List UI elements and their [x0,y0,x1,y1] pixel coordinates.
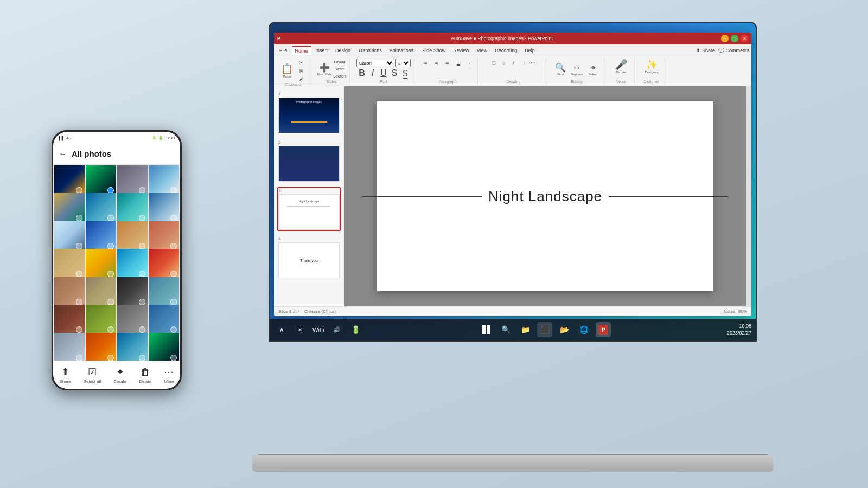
underline-button[interactable]: U [379,68,388,78]
photo-cell[interactable] [86,249,116,279]
photo-cell[interactable] [117,249,148,279]
photo-cell[interactable] [117,193,148,223]
maximize-button[interactable]: □ [731,35,738,42]
battery-taskbar-icon[interactable]: 🔋 [348,322,363,337]
photo-cell[interactable] [86,277,116,307]
photo-cell[interactable] [86,193,116,223]
tab-slideshow[interactable]: Slide Show [418,47,449,54]
photo-cell[interactable] [54,193,85,223]
photo-cell[interactable] [149,277,179,307]
photo-cell[interactable] [149,249,179,279]
font-family-select[interactable]: Calibri [356,59,394,67]
photo-cell[interactable] [54,221,85,252]
wifi-icon[interactable]: WiFi [311,322,326,337]
font-size-select[interactable]: 24 [395,59,411,67]
align-right-button[interactable]: ≡ [443,59,452,68]
tab-file[interactable]: File [276,47,291,54]
photo-cell[interactable] [117,277,148,307]
bold-button[interactable]: B [357,68,367,78]
italic-button[interactable]: I [368,68,378,78]
designer-button[interactable]: ✨ Designer [644,59,659,74]
find-button[interactable]: 🔍 Find [553,62,568,77]
photo-cell[interactable] [86,305,116,335]
widgets-button[interactable]: ⬛ [537,322,552,337]
shape-rect[interactable]: □ [490,59,499,67]
strikethrough-button[interactable]: S [390,68,399,78]
columns-button[interactable]: ⋮ [464,59,474,68]
tab-view[interactable]: View [474,47,490,54]
notification-area[interactable]: ✕ [292,322,308,337]
volume-icon[interactable]: 🔊 [329,322,344,337]
layout-button[interactable]: Layout [333,59,346,66]
shape-line[interactable]: / [509,59,518,67]
replace-button[interactable]: ↔ Replace [569,62,584,77]
tab-animations[interactable]: Animations [386,47,417,54]
powerpoint-taskbar-button[interactable]: P [596,322,611,337]
share-button[interactable]: ⬆ Share [59,366,71,384]
minimize-button[interactable]: ─ [721,35,729,42]
photo-cell[interactable] [86,221,116,252]
folders-button[interactable]: 📂 [557,322,572,337]
slide-thumb-2[interactable]: 2 [277,139,341,183]
search-taskbar-button[interactable]: 🔍 [498,322,513,337]
notes-button[interactable]: Notes [724,309,735,314]
shape-more[interactable]: ⋯ [529,59,538,67]
create-button[interactable]: ✦ Create [113,366,126,384]
slide-thumb-4[interactable]: 4 Thank you [277,235,341,279]
tab-transitions[interactable]: Transitions [355,47,385,54]
file-explorer-button[interactable]: 📁 [518,322,533,337]
new-slide-button[interactable]: ➕ New Slide [317,62,332,77]
select-all-button[interactable]: ☑ Select all [84,366,101,384]
photo-cell[interactable] [54,277,85,307]
share-button[interactable]: ⬆ Share [696,48,715,53]
section-button[interactable]: Section [333,73,346,80]
align-left-button[interactable]: ≡ [421,59,431,68]
photo-cell[interactable] [54,305,85,335]
taskbar-clock[interactable]: 10:08 2023/02/27 [727,323,751,336]
tab-review[interactable]: Review [450,47,473,54]
photo-cell[interactable] [149,165,179,196]
back-button[interactable]: ← [59,149,67,159]
tab-recording[interactable]: Recording [492,47,520,54]
format-painter-button[interactable]: 🖌 [296,75,307,82]
tab-home[interactable]: Home [292,46,311,55]
slide-thumb-3[interactable]: 3 Night Landscape [277,187,341,231]
photo-cell[interactable] [117,165,148,196]
shape-oval[interactable]: ○ [500,59,508,67]
photo-cell[interactable] [54,333,85,361]
browser-button[interactable]: 🌐 [576,322,591,337]
photo-cell[interactable] [86,333,116,361]
photo-cell[interactable] [149,221,179,252]
tab-help[interactable]: Help [521,47,538,54]
photo-cell[interactable] [117,333,148,361]
photo-cell[interactable] [117,221,148,252]
slide-thumb-1[interactable]: 1 Photographic Images [277,91,341,134]
ppt-slide-canvas[interactable]: Night Landscape [377,101,713,291]
photo-cell[interactable] [149,193,179,223]
reset-button[interactable]: Reset [333,66,346,73]
delete-button[interactable]: 🗑 Delete [139,367,151,384]
photo-cell[interactable] [149,305,179,335]
photo-cell[interactable] [86,165,116,196]
photo-cell[interactable] [54,249,85,279]
shape-arrow[interactable]: → [519,59,528,67]
vertical-scrollbar[interactable] [746,86,751,306]
cut-button[interactable]: ✂ [296,59,307,66]
dictate-button[interactable]: 🎤 Dictate [614,59,629,74]
more-button[interactable]: ⋯ More [164,366,174,384]
tab-insert[interactable]: Insert [312,47,331,54]
system-tray-chevron[interactable]: ∧ [274,322,289,337]
comments-button[interactable]: 💬 Comments [718,48,749,53]
select-button[interactable]: ⌖ Select [585,62,601,77]
photo-cell[interactable] [149,333,179,361]
paste-button[interactable]: 📋 Paste [279,63,295,78]
start-button[interactable] [478,322,494,337]
justify-button[interactable]: ≣ [454,59,463,68]
align-center-button[interactable]: ≡ [432,59,442,68]
shadow-button[interactable]: S̲ [400,68,410,78]
photo-cell[interactable] [117,305,148,335]
tab-design[interactable]: Design [332,47,354,54]
close-button[interactable]: ✕ [741,35,748,42]
copy-button[interactable]: ⎘ [296,67,307,74]
photo-cell[interactable] [54,165,85,196]
